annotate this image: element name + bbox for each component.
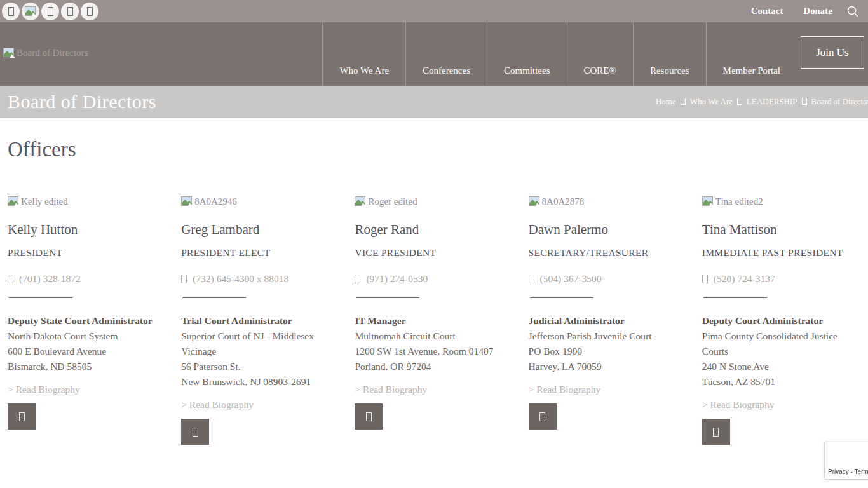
email-button[interactable] — [181, 419, 209, 445]
social-link-3[interactable] — [41, 3, 59, 20]
officer-phone-link[interactable]: (504) 367-3500 — [529, 273, 687, 285]
missing-glyph-icon — [87, 7, 93, 16]
email-button[interactable] — [702, 419, 730, 445]
email-button[interactable] — [355, 403, 383, 430]
card-divider — [530, 297, 593, 298]
recaptcha-badge: Privacy - Terms — [824, 442, 868, 480]
officer-photo-broken-image: 8A0A2946 — [181, 196, 339, 208]
officer-address-line2: New Brunswick, NJ 08903-2691 — [181, 374, 339, 390]
broken-image-icon — [181, 196, 193, 207]
missing-glyph-icon — [48, 7, 53, 16]
read-biography-link[interactable]: > Read Biography — [529, 384, 687, 395]
card-divider — [182, 297, 246, 298]
social-link-4[interactable] — [61, 3, 79, 20]
officer-photo-broken-image: Roger edited — [355, 196, 513, 208]
officer-address-line2: Porland, OR 97204 — [355, 359, 513, 374]
officer-role: PRESIDENT — [8, 247, 166, 259]
broken-image-icon — [8, 196, 20, 207]
primary-navigation: Who We Are Conferences Committees CORE® … — [322, 22, 797, 86]
site-logo-broken-image[interactable]: Board of Directors — [3, 48, 88, 58]
officer-card: 8A0A2946 Greg Lambard PRESIDENT-ELECT (7… — [181, 196, 339, 445]
officer-card: Roger edited Roger Rand VICE PRESIDENT (… — [355, 196, 513, 445]
officer-address-line1: 240 N Stone Ave — [702, 359, 860, 374]
breadcrumb-home[interactable]: Home — [656, 97, 676, 107]
officer-job-title: IT Manager — [355, 313, 513, 329]
officer-role: IMMEDIATE PAST PRESIDENT — [702, 247, 860, 259]
read-biography-link[interactable]: > Read Biography — [702, 399, 860, 410]
recaptcha-privacy-terms-links[interactable]: Privacy - Terms — [828, 468, 868, 475]
officer-address-line2: Harvey, LA 70059 — [529, 359, 687, 374]
phone-number: (520) 724-3137 — [714, 273, 775, 285]
officer-card: 8A0A2878 Dawn Palermo SECRETARY/TREASURE… — [529, 196, 687, 445]
officer-job-title: Trial Court Administrator — [181, 313, 339, 329]
officer-address-line2: Tucson, AZ 85701 — [702, 374, 860, 390]
breadcrumb-separator-icon — [802, 97, 807, 107]
nav-member-portal[interactable]: Member Portal — [706, 22, 797, 86]
main-content: Officers Kelly edited Kelly Hutton PRESI… — [0, 118, 868, 445]
officer-phone-link[interactable]: (971) 274-0530 — [355, 273, 513, 285]
nav-resources[interactable]: Resources — [633, 22, 706, 86]
officer-organization: Superior Court of NJ - Middlesex Vicinag… — [181, 329, 339, 359]
email-icon — [193, 428, 198, 437]
photo-alt-text: Tina edited2 — [715, 196, 763, 207]
social-link-2[interactable] — [22, 3, 39, 20]
contact-link[interactable]: Contact — [751, 6, 783, 17]
phone-number: (504) 367-3500 — [540, 273, 602, 285]
social-links — [2, 3, 98, 20]
broken-image-icon — [25, 6, 37, 17]
broken-image-icon — [355, 196, 367, 207]
officer-phone-link[interactable]: (732) 645-4300 x 88018 — [181, 273, 339, 285]
nav-conferences[interactable]: Conferences — [405, 22, 487, 86]
email-icon — [713, 428, 719, 437]
main-header: Board of Directors Who We Are Conference… — [0, 22, 868, 86]
broken-image-icon — [702, 196, 714, 207]
email-icon — [19, 412, 25, 421]
phone-icon — [355, 274, 360, 283]
officer-cards: Kelly edited Kelly Hutton PRESIDENT (701… — [8, 196, 860, 445]
email-icon — [539, 412, 545, 421]
photo-alt-text: Roger edited — [368, 196, 417, 207]
breadcrumb-separator-icon — [681, 97, 686, 107]
donate-link[interactable]: Donate — [803, 6, 832, 17]
page-banner: Board of Directors Home Who We Are LEADE… — [0, 86, 868, 118]
email-button[interactable] — [8, 403, 36, 430]
photo-alt-text: 8A0A2878 — [542, 196, 585, 207]
photo-alt-text: 8A0A2946 — [194, 196, 237, 207]
missing-glyph-icon — [8, 7, 14, 16]
officer-name: Kelly Hutton — [8, 222, 166, 238]
join-us-button[interactable]: Join Us — [801, 36, 864, 69]
read-biography-link[interactable]: > Read Biography — [355, 384, 513, 395]
officer-name: Tina Mattison — [702, 222, 860, 238]
nav-core[interactable]: CORE® — [567, 22, 633, 86]
phone-number: (732) 645-4300 x 88018 — [193, 273, 288, 285]
missing-glyph-icon — [67, 7, 73, 16]
email-icon — [366, 412, 372, 421]
officer-organization: Jefferson Parish Juvenile Court — [529, 329, 687, 344]
officer-name: Roger Rand — [355, 222, 513, 238]
broken-image-icon — [529, 196, 541, 207]
phone-icon — [8, 274, 13, 283]
card-divider — [9, 297, 72, 298]
nav-who-we-are[interactable]: Who We Are — [322, 22, 405, 86]
breadcrumb-board-of-directors: Board of Directors — [811, 97, 868, 107]
officer-photo-broken-image: Tina edited2 — [702, 196, 860, 208]
broken-image-icon — [3, 48, 15, 58]
read-biography-link[interactable]: > Read Biography — [181, 399, 339, 410]
email-button[interactable] — [529, 403, 557, 430]
officer-phone-link[interactable]: (520) 724-3137 — [702, 273, 860, 285]
officer-name: Greg Lambard — [181, 222, 339, 238]
social-link-1[interactable] — [2, 3, 20, 20]
phone-icon — [702, 274, 708, 283]
nav-committees[interactable]: Committees — [487, 22, 567, 86]
officer-name: Dawn Palermo — [529, 222, 687, 238]
officer-card: Tina edited2 Tina Mattison IMMEDIATE PAS… — [702, 196, 860, 445]
breadcrumb-who-we-are[interactable]: Who We Are — [690, 97, 733, 107]
phone-number: (971) 274-0530 — [366, 273, 428, 285]
search-icon[interactable] — [846, 5, 859, 18]
officer-photo-broken-image: 8A0A2878 — [529, 196, 687, 208]
officer-phone-link[interactable]: (701) 328-1872 — [8, 273, 166, 285]
breadcrumb-leadership[interactable]: LEADERSHIP — [747, 97, 797, 107]
breadcrumb-separator-icon — [737, 97, 742, 107]
social-link-5[interactable] — [81, 3, 98, 20]
read-biography-link[interactable]: > Read Biography — [8, 384, 166, 395]
